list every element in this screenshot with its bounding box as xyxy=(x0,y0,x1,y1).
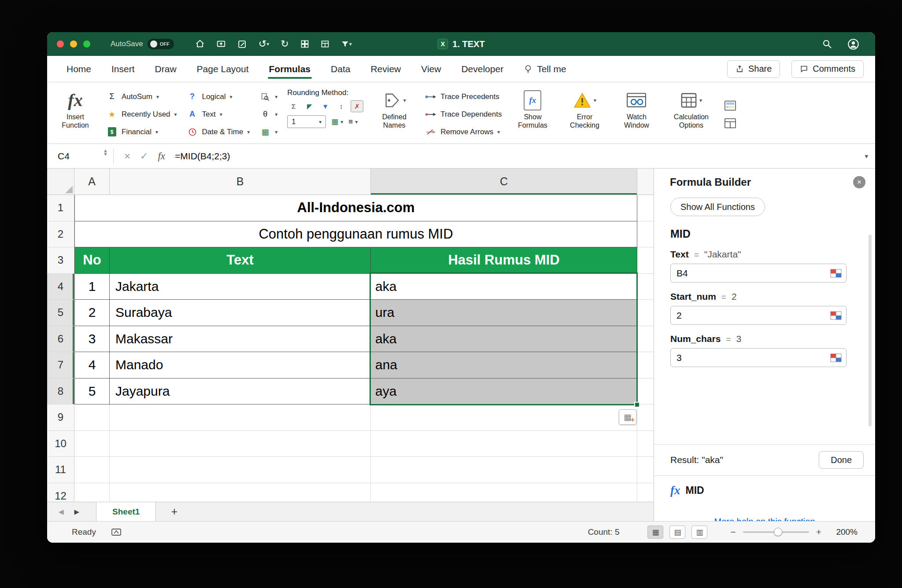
zoom-in-button[interactable]: + xyxy=(816,527,821,537)
cell[interactable] xyxy=(371,457,637,483)
zoom-out-button[interactable]: − xyxy=(730,527,736,537)
edit-icon[interactable] xyxy=(237,39,247,49)
cell-c7[interactable]: ana xyxy=(371,352,637,379)
close-window-button[interactable] xyxy=(57,40,64,48)
show-all-functions-button[interactable]: Show All Functions xyxy=(670,198,765,216)
undo-icon[interactable]: ↺ ▾ xyxy=(259,39,269,49)
cancel-entry-icon[interactable]: × xyxy=(124,150,130,162)
cell-a3-header-no[interactable]: No xyxy=(74,247,110,274)
cell-merged-title2[interactable]: Contoh penggunaan rumus MID xyxy=(74,221,637,248)
undo-caret-icon[interactable]: ▾ xyxy=(266,41,269,47)
cell[interactable] xyxy=(371,404,637,431)
row-header-8[interactable]: 8 xyxy=(47,379,74,405)
calculate-now-button[interactable] xyxy=(725,97,736,114)
row-header-12[interactable]: 12 xyxy=(47,483,74,502)
table-icon[interactable] xyxy=(321,40,329,48)
sheet-nav-back-icon[interactable]: ◀ xyxy=(59,502,64,521)
tab-formulas[interactable]: Formulas xyxy=(269,56,311,82)
cell[interactable] xyxy=(637,457,654,483)
arg-startnum-input[interactable]: 2 xyxy=(670,306,847,325)
cell-a5[interactable]: 2 xyxy=(74,300,110,326)
cell[interactable] xyxy=(74,457,110,483)
col-header-partial[interactable] xyxy=(637,169,654,195)
row-header-4[interactable]: 4 xyxy=(47,274,74,300)
insert-function-button[interactable]: fx Insert Function xyxy=(54,86,96,143)
rounding-option-2-button[interactable]: ◤ xyxy=(303,100,316,112)
row-header-3[interactable]: 3 xyxy=(47,247,74,274)
cell-c5[interactable]: ura xyxy=(371,300,637,326)
cell-b3-header-text[interactable]: Text xyxy=(110,247,371,274)
remove-arrows-button[interactable]: Remove Arrows ▾ xyxy=(425,124,502,140)
watch-window-button[interactable]: Watch Window xyxy=(615,86,658,143)
search-icon[interactable] xyxy=(822,39,832,49)
financial-button[interactable]: $ Financial ▾ xyxy=(106,124,177,140)
cell[interactable] xyxy=(637,195,654,221)
zoom-slider[interactable] xyxy=(743,531,809,533)
math-trig-button[interactable]: θ ▾ xyxy=(259,106,277,123)
range-picker-icon[interactable] xyxy=(830,353,842,362)
col-header-c[interactable]: C xyxy=(371,169,637,195)
cell[interactable] xyxy=(637,221,654,248)
confirm-entry-icon[interactable]: ✓ xyxy=(140,151,148,162)
tab-developer[interactable]: Developer xyxy=(461,56,503,82)
minimize-window-button[interactable] xyxy=(70,40,77,48)
autosave-toggle[interactable]: OFF xyxy=(148,39,174,49)
date-time-button[interactable]: Date & Time ▾ xyxy=(187,124,250,140)
view-page-break-button[interactable]: ▥ xyxy=(691,526,707,539)
cell[interactable] xyxy=(110,457,371,483)
function-help-entry[interactable]: fx MID xyxy=(670,484,875,497)
cell[interactable] xyxy=(110,431,371,457)
view-page-layout-button[interactable]: ▤ xyxy=(669,526,685,539)
help-link[interactable]: More help on this function xyxy=(654,517,875,521)
add-sheet-button[interactable]: + xyxy=(171,502,177,521)
rounding-option-4-button[interactable]: ↕ xyxy=(335,100,347,112)
rounding-lines-select[interactable]: ≡ ▾ xyxy=(348,118,358,126)
cell[interactable] xyxy=(74,431,110,457)
cell-merged-title1[interactable]: All-Indonesia.com xyxy=(74,195,637,221)
profile-icon[interactable] xyxy=(847,38,859,50)
comments-button[interactable]: Comments xyxy=(791,60,864,78)
arg-numchars-input[interactable]: 3 xyxy=(670,348,847,367)
row-header-11[interactable]: 11 xyxy=(47,457,74,483)
sheet-nav-forward-icon[interactable]: ▶ xyxy=(74,502,80,521)
screen-share-icon[interactable] xyxy=(216,39,226,49)
more-functions-button[interactable]: ▦ ▾ xyxy=(259,124,277,140)
cell[interactable] xyxy=(371,431,637,457)
stepper-down-icon[interactable]: ▼ xyxy=(103,153,108,156)
cell[interactable] xyxy=(637,326,654,353)
panel-scrollbar[interactable] xyxy=(869,235,872,426)
share-button[interactable]: Share xyxy=(727,60,780,78)
cell[interactable] xyxy=(74,404,110,431)
defined-names-button[interactable]: ▾ Defined Names xyxy=(373,86,415,143)
cell-c8[interactable]: aya xyxy=(371,379,637,405)
zoom-slider-knob[interactable] xyxy=(774,528,782,536)
view-normal-button[interactable]: ▦ xyxy=(647,526,663,539)
tab-page-layout[interactable]: Page Layout xyxy=(197,56,249,82)
cell[interactable] xyxy=(637,431,654,457)
col-header-a[interactable]: A xyxy=(74,169,110,195)
cell-b5[interactable]: Surabaya xyxy=(110,300,371,326)
tab-view[interactable]: View xyxy=(421,56,441,82)
row-header-1[interactable]: 1 xyxy=(47,195,74,221)
cell[interactable] xyxy=(637,274,654,300)
cell[interactable] xyxy=(110,404,371,431)
cell[interactable] xyxy=(637,379,654,405)
cell[interactable] xyxy=(637,483,654,502)
rounding-option-5-button[interactable]: ✗ xyxy=(351,100,363,112)
cell[interactable] xyxy=(637,300,654,326)
tab-home[interactable]: Home xyxy=(67,56,91,82)
tell-me-button[interactable]: Tell me xyxy=(524,56,566,82)
cell-a8[interactable]: 5 xyxy=(74,379,110,405)
row-header-9[interactable]: 9 xyxy=(47,404,74,431)
home-icon[interactable] xyxy=(195,39,205,49)
row-header-6[interactable]: 6 xyxy=(47,326,74,353)
view-switcher-icon[interactable] xyxy=(300,40,309,48)
rounding-grid-select[interactable]: ▦ ▾ xyxy=(331,117,343,126)
recently-used-button[interactable]: ★ Recently Used ▾ xyxy=(106,106,177,123)
show-formulas-button[interactable]: fx Show Formulas xyxy=(511,86,554,143)
cell-b8[interactable]: Jayapura xyxy=(110,379,371,405)
cell-a7[interactable]: 4 xyxy=(74,352,110,379)
range-picker-icon[interactable] xyxy=(830,311,842,320)
cell-c6[interactable]: aka xyxy=(371,326,637,353)
cell[interactable] xyxy=(371,483,637,502)
